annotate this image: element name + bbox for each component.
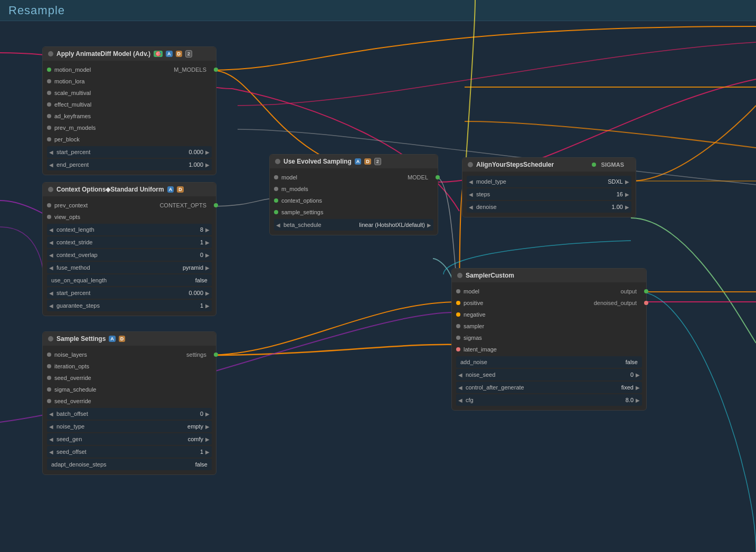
badge-a-ss: A: [109, 336, 116, 342]
arrow-left-seed-offset[interactable]: ◀: [49, 449, 53, 455]
status-dot-ss: [48, 336, 53, 341]
sampler-custom-header: SamplerCustom: [452, 269, 646, 282]
port-dot-model-ues: [274, 175, 278, 179]
arrow-left-noise-type[interactable]: ◀: [49, 424, 53, 430]
arrow-right-steps[interactable]: ▶: [625, 192, 629, 197]
port-out-m-models: [214, 68, 218, 72]
input-seed-gen[interactable]: ◀ seed_gen comfy ▶: [47, 433, 212, 445]
arrow-left-guarantee[interactable]: ◀: [49, 303, 53, 309]
arrow-left-ctx-len[interactable]: ◀: [49, 227, 53, 233]
badge-d-ues: D: [364, 158, 371, 165]
status-dot-ays: [468, 162, 473, 167]
arrow-left-steps[interactable]: ◀: [469, 192, 473, 197]
arrow-right-model-type[interactable]: ▶: [625, 179, 629, 185]
arrow-right-batch-offset[interactable]: ▶: [205, 411, 210, 417]
port-dot-context-options-ues: [274, 198, 278, 203]
arrow-right-fuse[interactable]: ▶: [205, 265, 210, 271]
input-cfg[interactable]: ◀ cfg 8.0 ▶: [456, 394, 642, 406]
input-model-type[interactable]: ◀ model_type SDXL ▶: [467, 176, 631, 187]
port-dot-seed-override: [47, 376, 51, 380]
arrow-right-seed-offset[interactable]: ▶: [205, 449, 210, 455]
arrow-right-ctx-overlap[interactable]: ▶: [205, 252, 210, 258]
port-out-denoised: [644, 301, 648, 305]
arrow-left-model-type[interactable]: ◀: [469, 179, 473, 185]
arrow-left-cfg[interactable]: ◀: [458, 397, 462, 403]
arrow-right-beta[interactable]: ▶: [427, 222, 431, 228]
input-context-overlap[interactable]: ◀ context_overlap 0 ▶: [47, 249, 212, 261]
arrow-left-end-percent[interactable]: ◀: [49, 162, 53, 168]
arrow-right-start-percent[interactable]: ▶: [205, 149, 210, 155]
port-dot-negative-sc: [456, 312, 460, 317]
input-fuse-method[interactable]: ◀ fuse_method pyramid ▶: [47, 262, 212, 273]
sampler-custom-body: model output positive denoised_output ne…: [452, 282, 646, 410]
arrow-right-seed-gen[interactable]: ▶: [205, 436, 210, 442]
input-steps[interactable]: ◀ steps 16 ▶: [467, 188, 631, 200]
input-start-percent[interactable]: ◀ start_percent 0.000 ▶: [47, 146, 212, 158]
arrow-left-control-after[interactable]: ◀: [458, 385, 462, 391]
port-dot-sampler-sc: [456, 324, 460, 328]
arrow-left-batch-offset[interactable]: ◀: [49, 411, 53, 417]
arrow-right-noise-type[interactable]: ▶: [205, 424, 210, 430]
port-dot-prev-context: [47, 203, 51, 207]
input-batch-offset[interactable]: ◀ batch_offset 0 ▶: [47, 408, 212, 420]
arrow-left-noise-seed[interactable]: ◀: [458, 372, 462, 378]
input-noise-seed[interactable]: ◀ noise_seed 0 ▶: [456, 369, 642, 380]
arrow-right-end-percent[interactable]: ▶: [205, 162, 210, 168]
input-control-after-generate[interactable]: ◀ control_after_generate fixed ▶: [456, 382, 642, 393]
arrow-left-start-percent[interactable]: ◀: [49, 149, 53, 155]
dropdown-adapt-denoise[interactable]: adapt_denoise_steps false: [47, 459, 212, 470]
node-title-ctx: Context Options◆Standard Uniform: [56, 186, 164, 193]
port-out-output: [644, 289, 648, 293]
sigmas-label: SIGMAS: [601, 161, 624, 168]
arrow-right-ctx-len[interactable]: ▶: [205, 227, 210, 233]
use-evolved-sampling-header: Use Evolved Sampling A D 2: [270, 155, 438, 168]
port-view-opts: view_opts: [43, 211, 216, 223]
arrow-right-cfg[interactable]: ▶: [636, 397, 640, 403]
port-dot-motion-lora: [47, 79, 51, 83]
port-out-settings: [214, 353, 218, 357]
port-dot-model-sc: [456, 289, 460, 293]
input-guarantee-steps[interactable]: ◀ guarantee_steps 1 ▶: [47, 300, 212, 311]
port-m-models-ues: m_models: [270, 183, 438, 195]
port-out-sigmas-label: [592, 163, 596, 167]
badge-d: A: [166, 51, 173, 57]
input-context-stride[interactable]: ◀ context_stride 1 ▶: [47, 236, 212, 248]
port-dot-iteration-opts: [47, 364, 51, 368]
badge-a: 🎯: [154, 51, 163, 57]
arrow-right-ctx-stride[interactable]: ▶: [205, 240, 210, 245]
arrow-right-start-ctx[interactable]: ▶: [205, 290, 210, 296]
arrow-right-guarantee[interactable]: ▶: [205, 303, 210, 309]
input-beta-schedule[interactable]: ◀ beta_schedule linear (HotshotXL/defaul…: [274, 219, 433, 231]
arrow-right-denoise[interactable]: ▶: [625, 204, 629, 210]
arrow-left-ctx-stride[interactable]: ◀: [49, 240, 53, 245]
arrow-left-start-ctx[interactable]: ◀: [49, 290, 53, 296]
arrow-left-seed-gen[interactable]: ◀: [49, 436, 53, 442]
arrow-left-ctx-overlap[interactable]: ◀: [49, 252, 53, 258]
status-dot-ctx: [48, 187, 53, 192]
input-seed-offset[interactable]: ◀ seed_offset 1 ▶: [47, 446, 212, 458]
dropdown-add-noise[interactable]: add_noise false: [456, 356, 642, 368]
sample-settings-body: noise_layers settings iteration_opts see…: [43, 346, 216, 474]
port-seed-override2: seed_override: [43, 395, 216, 407]
arrow-right-noise-seed[interactable]: ▶: [636, 372, 640, 378]
arrow-left-fuse[interactable]: ◀: [49, 265, 53, 271]
context-options-header: Context Options◆Standard Uniform A D: [43, 183, 216, 196]
input-start-percent-ctx[interactable]: ◀ start_percent 0.000 ▶: [47, 287, 212, 299]
arrow-left-denoise[interactable]: ◀: [469, 204, 473, 210]
input-end-percent[interactable]: ◀ end_percent 1.000 ▶: [47, 159, 212, 170]
port-sigma-schedule: sigma_schedule: [43, 384, 216, 395]
context-options-node: Context Options◆Standard Uniform A D pre…: [42, 182, 216, 316]
input-denoise[interactable]: ◀ denoise 1.00 ▶: [467, 201, 631, 213]
status-dot: [48, 51, 53, 56]
port-dot-positive-sc: [456, 301, 460, 305]
dropdown-use-equal-length[interactable]: use_on_equal_length false: [47, 274, 212, 286]
input-noise-type[interactable]: ◀ noise_type empty ▶: [47, 421, 212, 432]
arrow-right-control-after[interactable]: ▶: [636, 385, 640, 391]
port-negative-sc: negative: [452, 309, 646, 320]
port-ad-keyframes: ad_keyframes: [43, 110, 216, 122]
port-dot-sigma-schedule: [47, 387, 51, 392]
arrow-left-beta[interactable]: ◀: [276, 222, 280, 228]
input-context-length[interactable]: ◀ context_length 8 ▶: [47, 224, 212, 235]
port-context-options-ues: context_options: [270, 195, 438, 206]
badge-d-ctx: D: [177, 186, 184, 193]
